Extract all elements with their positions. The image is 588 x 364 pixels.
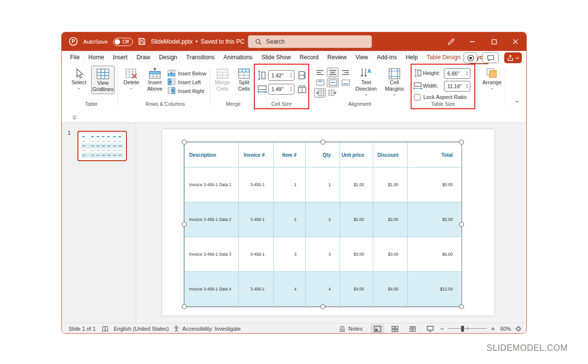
table-cell[interactable]: Invoice 3-456-1 Data 4: [185, 272, 239, 307]
spinner-down-icon[interactable]: ˅: [290, 75, 292, 78]
spinner-down-icon[interactable]: ˅: [466, 73, 468, 76]
tab-home[interactable]: Home: [84, 51, 108, 65]
tab-animations[interactable]: Animations: [219, 51, 257, 65]
table-header-cell[interactable]: Item #: [274, 143, 306, 168]
tab-review[interactable]: Review: [323, 51, 351, 65]
cell-height-spinner[interactable]: 1.42" ˄˅: [268, 70, 294, 81]
merge-cells-button[interactable]: Merge Cells: [213, 67, 232, 92]
distribute-columns-icon[interactable]: [297, 85, 307, 96]
align-right-button[interactable]: [340, 68, 351, 77]
split-cells-button[interactable]: Split Cells: [234, 67, 254, 92]
tab-insert[interactable]: Insert: [108, 51, 132, 65]
cell-margins-button[interactable]: Cell Margins ⌄: [381, 67, 408, 96]
spinner-down-icon[interactable]: ˅: [290, 89, 292, 92]
table-cell[interactable]: $2.00: [408, 202, 462, 237]
close-button[interactable]: [505, 32, 526, 51]
table-cell[interactable]: $4.00: [340, 272, 373, 307]
resize-handle-middle-right[interactable]: [459, 222, 464, 227]
insert-right-button[interactable]: Insert Right: [168, 87, 204, 95]
document-title[interactable]: SlideModel.pptx • Saved to this PC: [151, 38, 252, 45]
insert-below-button[interactable]: Insert Below: [168, 69, 206, 77]
table-cell[interactable]: $0.00: [408, 168, 462, 202]
fit-to-window-button[interactable]: [515, 323, 522, 334]
spinner-down-icon[interactable]: ˅: [466, 86, 468, 89]
table-cell[interactable]: $1.00: [340, 168, 373, 202]
table-cell[interactable]: 3: [274, 237, 306, 272]
resize-handle-top-left[interactable]: [182, 140, 187, 145]
cell-width-spinner[interactable]: 1.49" ˄˅: [268, 84, 294, 95]
table-cell[interactable]: 3: [306, 237, 340, 272]
table-cell[interactable]: Invoice 3-456-1 Data 3: [185, 237, 239, 272]
table-cell[interactable]: $12.00: [408, 272, 462, 307]
table-width-spinner[interactable]: 11.16" ˄˅: [444, 81, 470, 92]
autosave-toggle[interactable]: Off: [113, 38, 133, 46]
notes-button[interactable]: Notes: [339, 323, 363, 334]
table-cell[interactable]: 3-456-1: [239, 272, 274, 307]
text-direction-ltr-button[interactable]: [314, 88, 326, 97]
table-cell[interactable]: 3-456-1: [239, 168, 274, 202]
tab-help[interactable]: Help: [401, 51, 422, 65]
comments-button[interactable]: [482, 52, 499, 63]
align-bottom-button[interactable]: [340, 78, 351, 87]
arrange-button[interactable]: Arrange ⌄: [481, 67, 503, 90]
table-cell[interactable]: $3.00: [373, 237, 408, 272]
language-button[interactable]: English (United States): [114, 323, 169, 334]
table-cell[interactable]: $2.00: [373, 202, 408, 237]
tab-table-design[interactable]: Table Design: [422, 51, 465, 65]
table-cell[interactable]: 3-456-1: [239, 237, 274, 272]
resize-handle-bottom-middle[interactable]: [320, 304, 325, 309]
table-cell[interactable]: $4.00: [373, 272, 408, 307]
align-left-button[interactable]: [314, 68, 326, 77]
resize-handle-middle-left[interactable]: [182, 222, 187, 227]
text-direction-rtl-button[interactable]: [327, 88, 339, 97]
insert-left-button[interactable]: Insert Left: [168, 78, 201, 86]
reading-view-button[interactable]: [406, 324, 419, 334]
table-cell[interactable]: 4: [306, 272, 340, 307]
table-cell[interactable]: $1.00: [373, 168, 408, 202]
align-middle-button[interactable]: [327, 78, 339, 87]
table-cell[interactable]: 2: [306, 202, 340, 237]
slide-table-object[interactable]: DescriptionInvoice #Item #QtyUnit priceD…: [184, 142, 462, 307]
tab-slide-show[interactable]: Slide Show: [257, 51, 295, 65]
table-cell[interactable]: 1: [306, 168, 340, 202]
align-center-button[interactable]: [327, 68, 339, 77]
slide-indicator[interactable]: Slide 1 of 1: [69, 323, 96, 334]
spellcheck-button[interactable]: [102, 323, 108, 334]
align-top-button[interactable]: [314, 78, 326, 87]
zoom-out-button[interactable]: −: [440, 323, 444, 334]
ribbon-pin-icon[interactable]: [72, 114, 77, 122]
table-cell[interactable]: 3-456-1: [239, 202, 274, 237]
lock-aspect-ratio-checkbox[interactable]: [414, 94, 420, 100]
tab-draw[interactable]: Draw: [132, 51, 154, 65]
slide-canvas[interactable]: DescriptionInvoice #Item #QtyUnit priceD…: [162, 129, 494, 315]
zoom-level[interactable]: 60%: [500, 323, 511, 334]
select-button[interactable]: Select ⌄: [68, 67, 90, 90]
view-gridlines-button[interactable]: View Gridlines: [91, 66, 115, 94]
table-header-cell[interactable]: Discount: [373, 143, 408, 168]
insert-above-button[interactable]: Insert Above: [144, 67, 166, 92]
record-button[interactable]: [464, 52, 477, 63]
resize-handle-bottom-right[interactable]: [459, 304, 464, 309]
table-header-cell[interactable]: Total: [408, 143, 462, 168]
normal-view-button[interactable]: [370, 324, 384, 334]
tab-design[interactable]: Design: [154, 51, 181, 65]
tab-add-ins[interactable]: Add-ins: [372, 51, 401, 65]
table-cell[interactable]: Invoice 3-456-1 Data 2: [185, 202, 239, 237]
slide-sorter-view-button[interactable]: [388, 324, 402, 334]
tab-file[interactable]: File: [66, 51, 84, 65]
table-cell[interactable]: 2: [274, 202, 306, 237]
maximize-button[interactable]: [483, 32, 505, 51]
zoom-in-button[interactable]: +: [491, 323, 495, 334]
table-header-cell[interactable]: Unit price: [340, 143, 373, 168]
distribute-rows-icon[interactable]: [297, 71, 306, 82]
table-height-spinner[interactable]: 6.66" ˄˅: [444, 68, 470, 79]
ribbon-collapse-chevron-icon[interactable]: ⌄: [514, 97, 519, 104]
table-cell[interactable]: $2.00: [340, 202, 373, 237]
resize-handle-bottom-left[interactable]: [182, 304, 187, 309]
save-icon[interactable]: [138, 38, 146, 46]
table-cell[interactable]: $6.00: [408, 237, 462, 272]
table-header-cell[interactable]: Description: [185, 143, 239, 168]
tab-view[interactable]: View: [351, 51, 372, 65]
accessibility-button[interactable]: Accessibility: Investigate: [173, 323, 241, 334]
zoom-slider-thumb[interactable]: [461, 326, 464, 332]
